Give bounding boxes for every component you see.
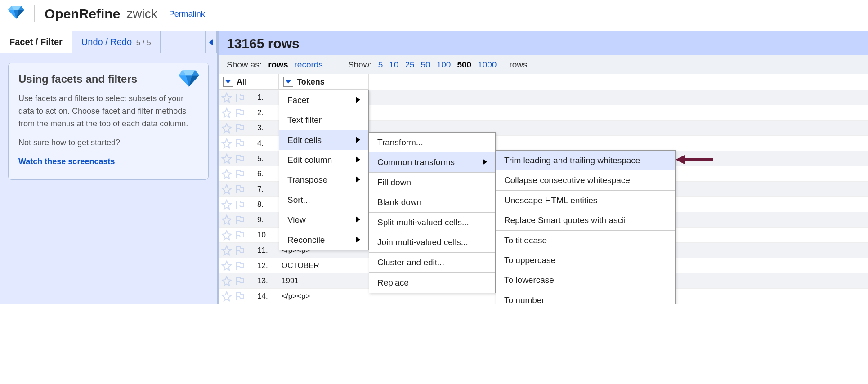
flag-icon[interactable]: [235, 245, 246, 256]
pagesize-1000[interactable]: 1000: [478, 60, 497, 69]
row-count: 13165 rows: [219, 31, 868, 55]
menu-item[interactable]: Blank down: [369, 192, 495, 212]
menu-item[interactable]: Edit column: [279, 150, 368, 170]
right-panel: 13165 rows Show as: rows records Show: 5…: [217, 31, 868, 304]
row-number: 5.: [255, 154, 279, 163]
app-name: OpenRefine: [45, 6, 120, 22]
menu-item[interactable]: To number: [496, 290, 675, 304]
menu-item[interactable]: Edit cells: [279, 130, 368, 150]
flag-icon[interactable]: [235, 276, 246, 286]
menu-item[interactable]: Replace Smart quotes with ascii: [496, 210, 675, 230]
menu-item-label: Sort...: [287, 195, 310, 205]
submenu-arrow-icon: [356, 175, 360, 185]
showas-records[interactable]: records: [295, 60, 323, 70]
tab-undo-label: Undo / Redo: [81, 37, 132, 47]
menu-item[interactable]: Split multi-valued cells...: [369, 213, 495, 232]
menu-item[interactable]: Transpose: [279, 170, 368, 190]
logo-icon: [8, 6, 24, 22]
tab-facet-filter[interactable]: Facet / Filter: [0, 31, 72, 53]
pagesize-500[interactable]: 500: [457, 60, 471, 69]
menu-item-label: Blank down: [377, 197, 421, 207]
menu-item-label: Split multi-valued cells...: [377, 218, 469, 228]
star-icon[interactable]: [221, 153, 232, 164]
star-icon[interactable]: [221, 138, 232, 149]
facet-help-p1: Use facets and filters to select subsets…: [18, 93, 198, 130]
screencasts-link[interactable]: Watch these screencasts: [18, 157, 115, 166]
column-menu: FacetText filterEdit cellsEdit columnTra…: [279, 90, 369, 250]
menu-item[interactable]: To lowercase: [496, 270, 675, 290]
tab-undo-redo[interactable]: Undo / Redo 5 / 5: [72, 31, 161, 53]
star-icon[interactable]: [221, 107, 232, 118]
flag-icon[interactable]: [235, 169, 246, 179]
menu-item[interactable]: Transform...: [369, 133, 495, 152]
edit-cells-submenu: Transform...Common transformsFill downBl…: [369, 132, 496, 293]
menu-item[interactable]: Collapse consecutive whitespace: [496, 170, 675, 190]
row-number: 12.: [255, 261, 279, 270]
permalink-link[interactable]: Permalink: [169, 9, 205, 19]
pagesize-10[interactable]: 10: [389, 60, 398, 69]
column-all-menu-button[interactable]: [223, 77, 233, 87]
column-tokens-menu-button[interactable]: [283, 77, 293, 87]
collapse-panel-button[interactable]: [205, 31, 217, 53]
menu-item-label: Replace Smart quotes with ascii: [504, 215, 626, 225]
star-icon[interactable]: [221, 260, 232, 271]
star-icon[interactable]: [221, 230, 232, 241]
star-icon[interactable]: [221, 291, 232, 302]
menu-item[interactable]: Fill down: [369, 173, 495, 192]
menu-item[interactable]: Join multi-valued cells...: [369, 232, 495, 252]
star-icon[interactable]: [221, 276, 232, 286]
pagesize-100[interactable]: 100: [437, 60, 451, 69]
header-separator: [34, 5, 35, 22]
flag-icon[interactable]: [235, 123, 246, 134]
menu-item-label: Transform...: [377, 138, 423, 147]
pagesize-25[interactable]: 25: [405, 60, 414, 69]
flag-icon[interactable]: [235, 214, 246, 225]
menu-item-label: Transpose: [287, 175, 327, 185]
project-name: zwick: [126, 7, 157, 21]
pagesize-5[interactable]: 5: [378, 60, 383, 69]
menu-item-label: To titlecase: [504, 236, 547, 246]
menu-item[interactable]: Replace: [369, 273, 495, 293]
star-icon[interactable]: [221, 92, 232, 103]
flag-icon[interactable]: [235, 107, 246, 118]
menu-item[interactable]: Unescape HTML entities: [496, 191, 675, 210]
row-number: 14.: [255, 292, 279, 301]
row-number: 13.: [255, 277, 279, 286]
flag-icon[interactable]: [235, 184, 246, 195]
flag-icon[interactable]: [235, 138, 246, 149]
column-all-label: All: [237, 77, 247, 87]
menu-item[interactable]: To uppercase: [496, 250, 675, 270]
menu-item[interactable]: Common transforms: [369, 152, 495, 172]
submenu-arrow-icon: [356, 95, 360, 105]
submenu-arrow-icon: [356, 135, 360, 145]
flag-icon[interactable]: [235, 230, 246, 241]
flag-icon[interactable]: [235, 153, 246, 164]
menu-item-label: Fill down: [377, 178, 411, 188]
menu-item[interactable]: View: [279, 210, 368, 230]
showas-rows[interactable]: rows: [268, 60, 288, 70]
star-icon[interactable]: [221, 199, 232, 210]
menu-item[interactable]: Reconcile: [279, 230, 368, 250]
star-icon[interactable]: [221, 184, 232, 195]
star-icon[interactable]: [221, 169, 232, 179]
pagesize-50[interactable]: 50: [421, 60, 430, 69]
menu-item[interactable]: To titlecase: [496, 231, 675, 250]
data-table: All Tokens 1.2.3.4.5.6.7.8.9.10.11.</p><…: [219, 74, 868, 304]
submenu-arrow-icon: [356, 155, 360, 165]
flag-icon[interactable]: [235, 260, 246, 271]
menu-item[interactable]: Sort...: [279, 190, 368, 210]
submenu-arrow-icon: [356, 215, 360, 225]
menu-item[interactable]: Facet: [279, 90, 368, 110]
menu-item-label: Facet: [287, 95, 309, 105]
flag-icon[interactable]: [235, 92, 246, 103]
flag-icon[interactable]: [235, 291, 246, 302]
show-label: Show:: [348, 60, 372, 70]
menu-item[interactable]: Trim leading and trailing whitespace: [496, 151, 675, 170]
flag-icon[interactable]: [235, 199, 246, 210]
star-icon[interactable]: [221, 214, 232, 225]
menu-item[interactable]: Text filter: [279, 110, 368, 130]
star-icon[interactable]: [221, 245, 232, 256]
star-icon[interactable]: [221, 123, 232, 134]
row-number: 9.: [255, 215, 279, 224]
menu-item[interactable]: Cluster and edit...: [369, 253, 495, 272]
